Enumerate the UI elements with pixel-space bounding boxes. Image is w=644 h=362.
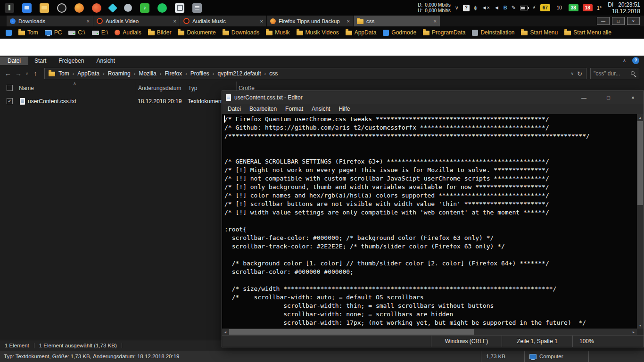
bookmark-deinstallation[interactable]: Deinstallation <box>469 29 517 36</box>
back-button[interactable]: ← <box>3 70 13 77</box>
breadcrumb-appdata[interactable]: AppData <box>77 70 99 77</box>
tab-firefox-tipps[interactable]: Firefox Tipps und Backup × <box>267 16 354 26</box>
command-app-icon[interactable] <box>175 3 184 13</box>
battery-icon[interactable] <box>520 6 528 10</box>
tab-close-icon[interactable]: × <box>173 18 176 24</box>
select-all-checkbox[interactable] <box>7 85 13 91</box>
close-button[interactable]: × <box>627 17 640 25</box>
tab-close-icon[interactable]: × <box>87 18 90 24</box>
badge-yellow[interactable]: 67 <box>540 4 550 11</box>
badge-plain[interactable]: 10 <box>554 4 564 11</box>
address-bar[interactable]: Tom › AppData › Roaming › Mozilla › Fire… <box>44 68 586 79</box>
bookmark-appdata[interactable]: AppData <box>343 29 380 36</box>
menu-ansicht[interactable]: Ansicht <box>307 106 334 112</box>
bookmark-pc[interactable]: PC <box>42 29 65 36</box>
settings-app-icon[interactable] <box>124 4 132 12</box>
bookmark-programdata[interactable]: ProgramData <box>420 29 468 36</box>
up-button[interactable]: ↑ <box>30 70 41 77</box>
refresh-icon[interactable]: ↻ <box>577 70 582 77</box>
spotify-icon[interactable] <box>157 3 167 13</box>
menu-format[interactable]: Format <box>281 106 307 112</box>
tab-audials-video[interactable]: Audials Video × <box>93 16 180 26</box>
search-box[interactable]: "css" dur... <box>590 68 639 79</box>
bookmark-speeddial[interactable] <box>3 30 15 36</box>
breadcrumb-roaming[interactable]: Roaming <box>108 70 131 77</box>
volume-icon[interactable]: ◄ <box>494 5 499 10</box>
launcher-icon[interactable] <box>5 3 14 13</box>
tab-close-icon[interactable]: × <box>260 18 263 24</box>
menu-freigeben[interactable]: Freigeben <box>52 57 90 65</box>
bookmark-e-drive[interactable]: E:\ <box>89 29 111 36</box>
minimize-button[interactable]: — <box>597 17 610 25</box>
menu-datei[interactable]: Datei <box>223 106 245 112</box>
power-plug-icon[interactable]: ⚡ <box>532 5 536 10</box>
folder-icon[interactable] <box>40 3 49 13</box>
bookmark-bilder[interactable]: Bilder <box>145 29 174 36</box>
editor-text[interactable]: /* Firefox Quantum userChrome.css tweaks… <box>222 114 637 329</box>
badge-green[interactable]: 38 <box>569 4 578 11</box>
tray-expand-icon[interactable]: ∨ <box>455 5 459 10</box>
audials-icon[interactable] <box>92 3 101 13</box>
tab-downloads[interactable]: ↓ Downloads × <box>7 16 93 26</box>
scroll-left-icon[interactable]: ◄ <box>222 329 229 335</box>
bookmark-godmode[interactable]: Godmode <box>380 29 419 36</box>
scroll-down-icon[interactable]: ▼ <box>637 322 644 329</box>
column-header-name[interactable]: Name <box>17 82 136 94</box>
menu-bearbeiten[interactable]: Bearbeiten <box>245 106 281 112</box>
wireless-icon[interactable]: ψ <box>474 5 478 10</box>
breadcrumb-mozilla[interactable]: Mozilla <box>139 70 156 77</box>
vertical-scrollbar-thumb[interactable] <box>637 121 643 205</box>
breadcrumb-css[interactable]: css <box>269 70 278 77</box>
bookmark-start-menu[interactable]: Start Menu <box>518 29 561 36</box>
menu-hilfe[interactable]: Hilfe <box>334 106 354 112</box>
menu-start[interactable]: Start <box>28 57 52 65</box>
menu-datei[interactable]: Datei <box>0 57 28 65</box>
scroll-right-icon[interactable]: ► <box>630 329 637 335</box>
bookmark-dokumente[interactable]: Dokumente <box>175 29 218 36</box>
horizontal-scrollbar-thumb[interactable] <box>229 329 474 335</box>
bookmark-start-menu-alle[interactable]: Start Menu alle <box>561 29 614 36</box>
restore-button[interactable]: □ <box>612 17 625 25</box>
horizontal-scrollbar[interactable]: ◄ ► <box>222 329 644 335</box>
bluetooth-icon[interactable]: B <box>504 5 507 10</box>
close-button[interactable]: × <box>622 91 644 104</box>
maximize-button[interactable]: □ <box>598 91 619 104</box>
breadcrumb-profiles[interactable]: Profiles <box>190 70 209 77</box>
bookmark-tom[interactable]: Tom <box>16 29 41 36</box>
breadcrumb-tom[interactable]: Tom <box>58 70 69 77</box>
bookmark-downloads[interactable]: Downloads <box>220 29 262 36</box>
pen-icon[interactable]: ✎ <box>512 5 516 10</box>
tab-audials-music[interactable]: Audials Music × <box>180 16 267 26</box>
vertical-scrollbar[interactable]: ▲ ▼ <box>637 114 644 329</box>
tab-close-icon[interactable]: × <box>434 18 437 24</box>
notepad-titlebar[interactable]: userContent.css.txt - Editor — □ × <box>222 91 644 104</box>
sort-ascending-icon[interactable]: ∧ <box>73 81 76 86</box>
bookmark-musik-videos[interactable]: Musik Videos <box>294 29 342 36</box>
itunes-icon[interactable]: ♪ <box>140 3 149 13</box>
notepad-app-icon[interactable] <box>192 3 202 13</box>
column-header-modified[interactable]: Änderungsdatum <box>136 82 186 94</box>
clock[interactable]: DI 20:23:51 18.12.2018 <box>606 1 640 15</box>
address-dropdown-icon[interactable]: ∨ <box>571 71 574 76</box>
bookmark-c-drive[interactable]: C:\ <box>66 29 88 36</box>
bookmark-musik[interactable]: Musik <box>263 29 292 36</box>
breadcrumb-profile-folder[interactable]: qvpfm212.default <box>217 70 261 77</box>
ribbon-collapse-icon[interactable]: ∧ <box>623 58 626 63</box>
file-checkbox[interactable]: ✓ <box>7 98 13 104</box>
volume-muted-icon[interactable]: ◄× <box>482 5 490 10</box>
file-name-cell[interactable]: userContent.css.txt <box>17 94 136 108</box>
bookmark-audials[interactable]: Audials <box>112 29 144 36</box>
help-icon[interactable]: ? <box>632 57 639 64</box>
help-tray-icon[interactable]: ? <box>463 5 470 11</box>
forward-button[interactable]: → <box>13 70 24 77</box>
gem-app-icon[interactable] <box>108 3 117 13</box>
search-input[interactable]: "css" dur... <box>594 70 628 77</box>
minimize-button[interactable]: — <box>573 91 594 104</box>
temperature-indicator[interactable]: 1° <box>597 5 602 11</box>
tab-close-icon[interactable]: × <box>347 18 350 24</box>
tab-css-active[interactable]: css × <box>354 16 440 26</box>
badge-red[interactable]: 18 <box>583 4 593 11</box>
scroll-up-icon[interactable]: ▲ <box>637 114 644 121</box>
history-dropdown-icon[interactable]: ∨ <box>24 71 30 76</box>
firefox-icon[interactable] <box>74 3 84 13</box>
